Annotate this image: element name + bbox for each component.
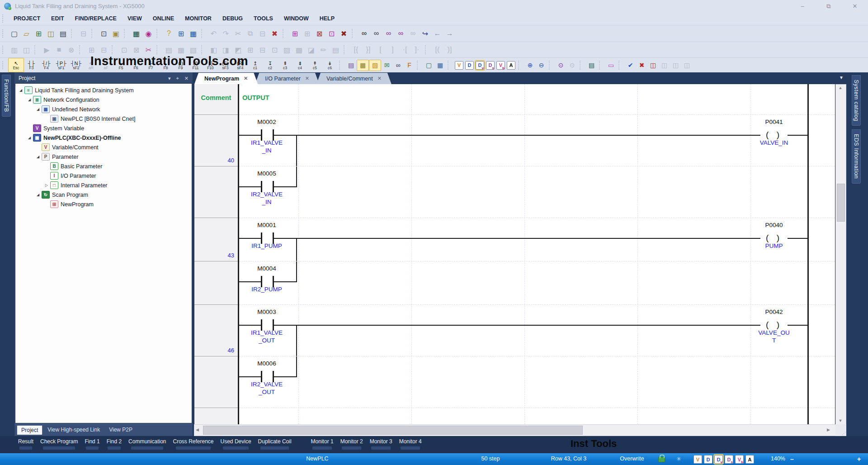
message-view-icon[interactable]: ✉ <box>381 60 392 71</box>
view-device-comment[interactable]: Ds <box>486 61 495 70</box>
zoom-in-icon[interactable]: ⊕ <box>524 60 536 71</box>
status-view-device-comment[interactable]: Ds <box>725 455 733 464</box>
document-tab-newprogram[interactable]: NewProgram✕ <box>194 73 258 84</box>
tree-item-i-o-parameter[interactable]: II/O Parameter <box>15 171 192 180</box>
program-folder-icon[interactable]: ▦ <box>357 60 369 71</box>
expanded-arrow-icon[interactable]: ◢ <box>27 98 32 102</box>
scrollbar-corner-grip[interactable]: ⋰ <box>835 424 846 436</box>
tab-close-icon[interactable]: ✕ <box>244 76 248 81</box>
insert-cell-icon[interactable]: ⊞ <box>289 28 301 39</box>
expanded-arrow-icon[interactable]: ◢ <box>35 193 41 197</box>
find-device-icon[interactable]: ∞ <box>358 28 370 39</box>
check-program-error-icon[interactable]: ✖ <box>636 60 647 71</box>
menu-window[interactable]: WINDOW <box>278 12 314 25</box>
falling-pulse-coil-key[interactable]: ⇟c4 <box>292 58 307 72</box>
expanded-arrow-icon[interactable]: ◢ <box>35 155 41 159</box>
tree-item-internal-parameter[interactable]: ▷□Internal Parameter <box>15 180 192 190</box>
check-program-ok-icon[interactable]: ✔ <box>625 60 636 71</box>
bookmark-set-icon[interactable]: ⊙ <box>555 60 566 71</box>
open-contact-key[interactable]: ┤├F3 <box>24 58 39 72</box>
menu-edit[interactable]: EDIT <box>46 12 69 25</box>
scroll-up-icon[interactable]: ▲ <box>836 85 845 90</box>
horizontal-scroll-thumb[interactable] <box>203 426 583 435</box>
restore-button[interactable]: ⧉ <box>816 0 842 12</box>
panel-tab-view-p2p[interactable]: View P2P <box>105 425 137 434</box>
closed-contact-key[interactable]: ┤/├F4 <box>39 58 54 72</box>
auto-hide-pin-icon[interactable]: ⌖ <box>176 76 179 81</box>
zoom-out-icon[interactable]: ⊖ <box>536 60 547 71</box>
device-view-doc-icon[interactable]: ▤ <box>586 60 597 71</box>
delete-line-icon[interactable]: ⊠ <box>313 28 326 39</box>
view-variable[interactable]: V <box>455 61 463 70</box>
panel-tab-project[interactable]: Project <box>17 425 42 435</box>
table-window-icon[interactable]: ▦ <box>434 60 446 71</box>
picture-folder-icon[interactable]: ▧ <box>369 60 381 71</box>
go-back-icon[interactable]: ← <box>431 28 443 39</box>
document-tab-variable-comment[interactable]: Variable/Comment✕ <box>316 73 392 84</box>
menu-project[interactable]: PROJECT <box>8 12 46 25</box>
variable-comment-doc-icon[interactable]: ▤ <box>345 60 357 71</box>
tree-item-basic-parameter[interactable]: BBasic Parameter <box>15 161 192 171</box>
go-forward-icon[interactable]: → <box>443 28 456 39</box>
tab-close-icon[interactable]: ✕ <box>377 76 382 81</box>
menu-help[interactable]: HELP <box>314 12 340 25</box>
view-all[interactable]: A <box>507 61 515 70</box>
horizontal-scrollbar[interactable]: ◀ ▶ <box>194 424 836 436</box>
tree-item-newprogram[interactable]: ⊞NewProgram <box>15 199 192 209</box>
status-edit-mode[interactable]: Overwrite <box>614 456 650 462</box>
tree-item-undefined-network[interactable]: ◢▦Undefined Network <box>15 104 192 114</box>
side-tab-eds-information[interactable]: EDS Information <box>852 129 861 183</box>
menu-view[interactable]: VIEW <box>122 12 147 25</box>
rising-pulse-key[interactable]: ↥c1 <box>248 58 263 72</box>
vertical-scrollbar[interactable]: ▲ ▼ <box>835 84 846 425</box>
toolbar-drag-handle[interactable] <box>2 46 5 54</box>
tree-item-scan-program[interactable]: ◢↻Scan Program <box>15 190 192 199</box>
open-project-icon[interactable]: ▱ <box>20 28 33 39</box>
scroll-right-icon[interactable]: ▶ <box>827 427 830 432</box>
write-plc-icon[interactable]: ⊡ <box>98 28 110 39</box>
ladder-editor-canvas[interactable]: CommentOUTPUTM0002IR1_VALVE_INM0005IR2_V… <box>194 84 835 424</box>
expanded-arrow-icon[interactable]: ◢ <box>18 88 24 92</box>
menu-monitor[interactable]: MONITOR <box>179 12 217 25</box>
view-device-variable[interactable]: Dv <box>476 61 484 70</box>
scroll-down-icon[interactable]: ▼ <box>836 418 845 423</box>
positive-contact-key[interactable]: ┤P├sF1 <box>54 58 69 72</box>
monitor-window-icon[interactable]: ▢ <box>423 60 434 71</box>
function-badge-icon[interactable]: F <box>404 60 415 71</box>
panel-tab-view-high-speed-link[interactable]: View High-speed Link <box>43 425 104 434</box>
tree-item-newplc-b0s0-internal-cnet[interactable]: ▣NewPLC [B0S0 Internal Cnet] <box>15 114 192 123</box>
tree-item-network-configuration[interactable]: ◢≣Network Configuration <box>15 95 192 104</box>
zoom-out-button[interactable]: – <box>790 456 794 463</box>
vertical-scroll-thumb[interactable] <box>837 184 845 222</box>
positive-pulse-coil-key[interactable]: ↟c5 <box>307 58 322 72</box>
status-view-all[interactable]: A <box>745 455 754 464</box>
tree-item-parameter[interactable]: ◢PParameter <box>15 152 192 161</box>
menu-online[interactable]: ONLINE <box>147 12 179 25</box>
close-panel-icon[interactable]: ✕ <box>184 76 189 81</box>
tree-item-liquid-tank-filling-and-draining-system[interactable]: ◢≡Liquid Tank Filling and Draining Syste… <box>15 85 192 95</box>
find-icon[interactable]: ∞ <box>370 28 382 39</box>
toolbar-drag-handle[interactable] <box>2 61 5 69</box>
minimize-button[interactable]: – <box>789 0 816 12</box>
replace-device-icon[interactable]: ∞ <box>382 28 395 39</box>
window-position-icon[interactable]: ▾ <box>168 76 171 81</box>
menu-find-replace[interactable]: FIND/REPLACE <box>70 12 122 25</box>
zoom-in-button[interactable]: + <box>857 456 861 463</box>
close-project-icon[interactable]: ⊞ <box>33 28 45 39</box>
tree-item-system-variable[interactable]: VSystem Variable <box>15 123 192 133</box>
tab-list-dropdown-icon[interactable]: ▼ <box>839 75 844 80</box>
renumber-icon[interactable]: ↪ <box>419 28 431 39</box>
delete-icon[interactable]: ✖ <box>269 28 281 39</box>
status-view-device[interactable]: D <box>704 455 712 464</box>
menu-debug[interactable]: DEBUG <box>217 12 248 25</box>
help-icon[interactable]: ? <box>163 28 175 39</box>
negative-contact-key[interactable]: ┤N├sF2 <box>69 58 84 72</box>
scroll-left-icon[interactable]: ◀ <box>196 427 199 432</box>
expanded-arrow-icon[interactable]: ◢ <box>35 107 41 111</box>
menubar-drag-handle[interactable] <box>2 14 5 23</box>
tree-item-variable-comment[interactable]: VVariable/Comment <box>15 142 192 152</box>
monitor-display-icon[interactable]: ▦ <box>130 28 142 39</box>
project-doc-icon[interactable]: ⊞ <box>175 28 187 39</box>
close-button[interactable]: ✕ <box>842 0 868 12</box>
print-icon[interactable]: ▤ <box>57 28 69 39</box>
